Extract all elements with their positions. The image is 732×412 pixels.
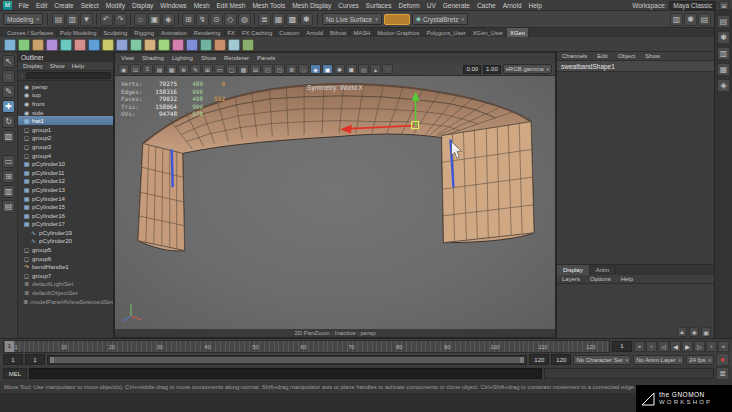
shelf-plane-icon[interactable] [60,39,72,51]
shelf-smooth-icon[interactable] [200,39,212,51]
new-layer-from-selected-icon[interactable]: ▣ [701,327,711,337]
view-transform-selector[interactable]: sRGB gamma ▾ [503,64,552,74]
menu-surfaces[interactable]: Surfaces [362,2,395,9]
outliner-menu-help[interactable]: Help [70,63,86,69]
anti-alias-icon[interactable]: ▴ [370,64,381,74]
channel-menu-edit[interactable]: Edit [595,53,609,59]
image-plane-icon[interactable]: ▦ [166,64,177,74]
channel-menu-object[interactable]: Object [616,53,637,59]
playback-start-field[interactable]: 1 [3,354,23,365]
shelf-tab-poly-modeling[interactable]: Poly Modeling [57,28,100,37]
highlighted-input[interactable] [384,14,410,25]
step-forward-frame-button[interactable]: › [706,341,717,352]
render-settings-icon[interactable]: ✱ [300,13,313,26]
snap-to-plane-icon[interactable]: ◇ [224,13,237,26]
select-by-component-icon[interactable]: ◈ [162,13,175,26]
shelf-tab-xgen-user[interactable]: XGen_User [470,28,507,37]
viewport-menu-view[interactable]: View [119,55,136,61]
go-to-start-button[interactable]: « [634,341,645,352]
display-tab-display[interactable]: Display [557,265,590,275]
sidebar-attribute-editor-icon[interactable]: ▥ [670,13,683,26]
outliner-search-input[interactable] [26,72,111,79]
outliner-item-defaultlightset[interactable]: ≣defaultLightSet [18,280,113,289]
menu-generate[interactable]: Generate [439,2,473,9]
layer-list[interactable] [557,284,714,326]
script-editor-icon[interactable]: ≣ [716,367,729,380]
range-bar[interactable] [50,357,524,363]
playback-end-field[interactable]: 120 [551,354,571,365]
attribute-editor-tab-icon[interactable]: ▤ [717,15,730,28]
safe-title-icon[interactable]: ◳ [274,64,285,74]
range-handle-end[interactable] [520,357,524,363]
current-frame-marker[interactable]: 1 [5,341,14,352]
custom-shelf-menu[interactable]: ◈ CrystalBretz ▾ [412,13,468,25]
command-output[interactable] [544,368,714,379]
anim-end-field[interactable]: 120 [529,354,549,365]
outliner-item-group3[interactable]: ◻group3 [18,142,113,151]
outliner-item-group5[interactable]: ◻group5 [18,245,113,254]
step-back-key-button[interactable]: ◁ [658,341,669,352]
shelf-mirror-icon[interactable] [186,39,198,51]
shelf-cone-icon[interactable] [46,39,58,51]
make-live-icon[interactable]: ◍ [238,13,251,26]
menu-edit-mesh[interactable]: Edit Mesh [213,2,249,9]
menu-file[interactable]: File [15,2,32,9]
shelf-tab-mash[interactable]: MASH [350,28,374,37]
step-back-frame-button[interactable]: ‹ [646,341,657,352]
snap-to-point-icon[interactable]: ⊙ [210,13,223,26]
outliner-item-pcylinder16[interactable]: ▦pCylinder16 [18,211,113,220]
outliner-item-group2[interactable]: ◻group2 [18,134,113,143]
new-scene-icon[interactable]: ▤ [52,13,65,26]
single-pane-layout-icon[interactable]: ▭ [2,155,15,168]
outliner-item-defaultobjectset[interactable]: ≣defaultObjectSet [18,288,113,297]
channel-object-name[interactable]: sweatbandShape1 [557,61,714,72]
menu-create[interactable]: Create [51,2,78,9]
safe-action-icon[interactable]: ◰ [262,64,273,74]
viewport-canvas[interactable]: Verts:792754800Edges:158316996Faces:7903… [115,76,555,329]
shelf-tab-xgen[interactable]: XGen [507,28,529,37]
construction-history-icon[interactable]: ≣ [258,13,271,26]
shelf-boolean-icon[interactable] [116,39,128,51]
viewport-menu-lighting[interactable]: Lighting [170,55,195,61]
pane-hypergraph-layout-icon[interactable]: ▤ [2,200,15,213]
menu-help[interactable]: Help [525,2,545,9]
outliner-item-pcylinder13[interactable]: ▦pCylinder13 [18,185,113,194]
menu-select[interactable]: Select [77,2,102,9]
anim-start-field[interactable]: 1 [25,354,45,365]
display-menu-help[interactable]: Help [619,276,635,282]
shelf-sphere-icon[interactable] [4,39,16,51]
outliner-item-group1[interactable]: ◻group1 [18,125,113,134]
menu-mesh-tools[interactable]: Mesh Tools [249,2,289,9]
isolate-select-icon[interactable]: ◌ [382,64,393,74]
channel-menu-show[interactable]: Show [643,53,662,59]
selected-edge-left[interactable] [172,149,173,187]
outliner-item-group7[interactable]: ◻group7 [18,271,113,280]
sidebar-channel-box-icon[interactable]: ▤ [698,13,711,26]
sidebar-tool-settings-icon[interactable]: ✱ [684,13,697,26]
field-chart-icon[interactable]: ⊟ [250,64,261,74]
outliner-menu-display[interactable]: Display [21,63,45,69]
channel-menu-channels[interactable]: Channels [560,53,589,59]
textured-mode-icon[interactable]: ▣ [322,64,333,74]
outliner-item-pcylinder20[interactable]: ∿pCylinder20 [18,237,113,246]
workspace-grid-icon[interactable]: ⊞ [719,1,729,10]
menu-mesh-display[interactable]: Mesh Display [289,2,335,9]
outliner-item-front[interactable]: ◉front [18,99,113,108]
outliner-item-top[interactable]: ◉top [18,91,113,100]
menu-mesh[interactable]: Mesh [190,2,213,9]
workspace-value[interactable]: Maya Classic [669,1,716,10]
grid-toggle-icon[interactable]: ⊞ [202,64,213,74]
menu-display[interactable]: Display [128,2,156,9]
menu-arnold[interactable]: Arnold [499,2,525,9]
outliner-item-pcylinder14[interactable]: ▦pCylinder14 [18,194,113,203]
select-by-object-icon[interactable]: ▣ [148,13,161,26]
outliner-item-hat1[interactable]: ▦hat1 [18,116,113,125]
menu-cache[interactable]: Cache [473,2,499,9]
menu-set-selector[interactable]: Modeling ▾ [3,13,43,25]
four-pane-layout-icon[interactable]: ⊞ [2,170,15,183]
ipr-render-icon[interactable]: ▩ [286,13,299,26]
shelf-extrude-icon[interactable] [130,39,142,51]
outliner-item-modelpanel4viewselectedset[interactable]: ≣modelPanel4ViewSelectedSet [18,297,113,306]
shelf-tab-rendering[interactable]: Rendering [191,28,225,37]
hud-toggle-icon[interactable]: ≣ [286,64,297,74]
